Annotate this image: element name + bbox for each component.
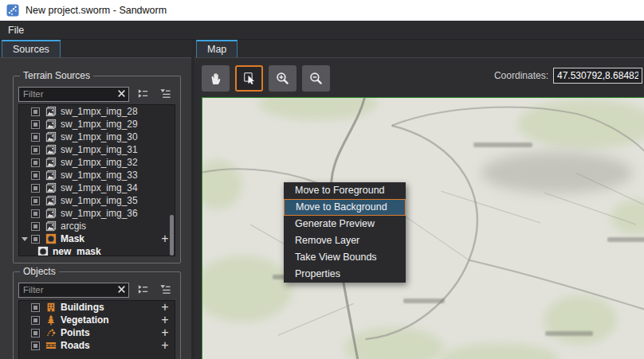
checkbox[interactable]: [31, 316, 40, 325]
map-panel: Map Coordinat: [194, 40, 644, 359]
tab-map[interactable]: Map: [196, 40, 238, 58]
checkbox[interactable]: [31, 120, 40, 129]
zoom-out-button[interactable]: [302, 65, 330, 92]
expand-all-button[interactable]: [156, 87, 174, 101]
terrain-sources-group: Terrain Sources s: [13, 76, 181, 263]
window-title: New project.sworm - Sandworm: [26, 5, 167, 16]
terrain-sources-tree: sw_1mpx_img_28 sw_1mpx_img_29 sw_1mpx_im…: [18, 104, 175, 256]
roads-icon: [45, 340, 57, 351]
checkbox[interactable]: [31, 235, 40, 244]
collapse-all-button[interactable]: [134, 87, 151, 101]
checkbox[interactable]: [31, 133, 40, 142]
add-roads-button[interactable]: [159, 340, 171, 351]
collapse-tree-icon: [137, 283, 149, 295]
menu-item-move-to-foreground[interactable]: Move to Foreground: [284, 182, 406, 199]
collapse-all-button[interactable]: [134, 283, 151, 297]
sources-tabbar: Sources: [0, 40, 191, 57]
tree-row[interactable]: arcgis: [19, 220, 175, 232]
map-tabbar: Map: [194, 40, 644, 57]
checkbox[interactable]: [31, 222, 40, 231]
checkbox[interactable]: [31, 146, 40, 154]
image-icon: [45, 208, 57, 219]
zoom-in-icon: [275, 71, 290, 86]
tab-sources[interactable]: Sources: [2, 40, 61, 58]
add-buildings-button[interactable]: [159, 302, 171, 313]
points-icon: [45, 327, 57, 338]
vegetation-icon: [45, 314, 57, 326]
menu-item-move-to-background[interactable]: Move to Background: [284, 199, 406, 216]
checkbox[interactable]: [31, 184, 40, 193]
title-bar: New project.sworm - Sandworm: [0, 0, 644, 21]
checkbox[interactable]: [31, 171, 40, 180]
tree-row[interactable]: sw_1mpx_img_30: [19, 131, 175, 143]
chevron-down-icon[interactable]: [22, 237, 28, 241]
app-window: New project.sworm - Sandworm File Source…: [0, 0, 644, 359]
map-viewport[interactable]: Move to Foreground Move to Background Ge…: [202, 97, 644, 359]
tree-row[interactable]: sw_1mpx_img_34: [19, 181, 175, 194]
menu-item-properties[interactable]: Properties: [284, 266, 406, 283]
tree-row-new-mask[interactable]: new_mask: [19, 245, 175, 256]
tree-row[interactable]: sw_1mpx_img_29: [19, 118, 175, 131]
map-label-blur: [545, 331, 593, 336]
tree-scrollbar[interactable]: [170, 215, 174, 256]
tree-row-buildings[interactable]: Buildings: [19, 301, 175, 314]
clear-filter-icon[interactable]: [116, 284, 127, 295]
expand-all-button[interactable]: [156, 283, 174, 297]
checkbox[interactable]: [31, 341, 40, 350]
zoom-in-button[interactable]: [269, 65, 296, 92]
objects-filter-input[interactable]: [18, 283, 129, 298]
expand-tree-icon: [159, 283, 171, 295]
add-vegetation-button[interactable]: [159, 314, 171, 326]
tree-row-mask-group[interactable]: Mask: [19, 232, 175, 245]
coordinates-input[interactable]: [553, 68, 642, 84]
checkbox[interactable]: [31, 158, 40, 167]
pan-tool-button[interactable]: [202, 65, 230, 92]
menu-file[interactable]: File: [0, 22, 32, 38]
image-icon: [45, 106, 57, 117]
app-icon: [6, 4, 19, 17]
checkbox[interactable]: [31, 107, 40, 116]
checkbox[interactable]: [31, 303, 40, 312]
menu-bar: File: [0, 21, 644, 40]
menu-item-generate-preview[interactable]: Generate Preview: [284, 216, 406, 232]
map-label-blur: [403, 299, 445, 303]
terrain-sources-title: Terrain Sources: [20, 70, 93, 81]
menu-item-take-view-bounds[interactable]: Take View Bounds: [284, 249, 406, 266]
hand-icon: [208, 71, 223, 86]
checkbox[interactable]: [31, 329, 40, 338]
image-icon: [45, 157, 57, 168]
tree-row[interactable]: sw_1mpx_img_32: [19, 156, 175, 169]
collapse-tree-icon: [137, 88, 149, 100]
map-toolbar: Coordinates:: [202, 64, 644, 92]
tree-row-vegetation[interactable]: Vegetation: [19, 314, 175, 326]
tree-row[interactable]: sw_1mpx_img_31: [19, 143, 175, 156]
sources-pane: Terrain Sources s: [0, 57, 191, 359]
tree-row[interactable]: sw_1mpx_img_35: [19, 194, 175, 207]
tree-row[interactable]: sw_1mpx_img_33: [19, 169, 175, 181]
layer-context-menu: Move to Foreground Move to Background Ge…: [284, 182, 406, 283]
mask-icon: [45, 233, 57, 244]
tree-row[interactable]: sw_1mpx_img_36: [19, 207, 175, 220]
map-label-blur: [607, 237, 644, 242]
tree-row-points[interactable]: Points: [19, 326, 175, 339]
tree-row[interactable]: sw_1mpx_img_28: [19, 105, 175, 118]
add-points-button[interactable]: [159, 327, 171, 338]
image-icon: [45, 131, 57, 142]
objects-group: Objects: [13, 271, 181, 359]
select-tool-button[interactable]: [235, 65, 263, 92]
objects-tree: Buildings Vegetation Points: [18, 300, 175, 359]
objects-title: Objects: [20, 266, 59, 277]
buildings-icon: [45, 302, 57, 313]
map-roads-layer: [202, 98, 644, 359]
expand-tree-icon: [159, 88, 171, 100]
image-icon: [45, 170, 57, 181]
terrain-filter-input[interactable]: [18, 87, 129, 102]
clear-filter-icon[interactable]: [116, 88, 127, 99]
tree-row-roads[interactable]: Roads: [19, 339, 175, 352]
sources-panel: Sources Terrain Sources: [0, 40, 191, 359]
checkbox[interactable]: [31, 209, 40, 218]
image-icon: [45, 220, 57, 232]
coordinates-label: Coordinates:: [494, 70, 548, 81]
checkbox[interactable]: [31, 197, 40, 205]
menu-item-remove-layer[interactable]: Remove Layer: [284, 232, 406, 249]
